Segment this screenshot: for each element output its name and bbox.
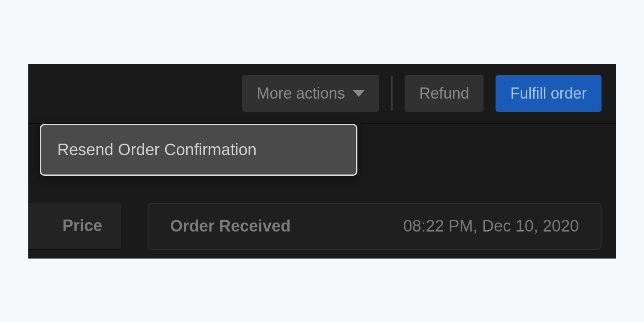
more-actions-label: More actions [257,84,345,102]
fulfill-order-label: Fulfill order [510,84,587,102]
refund-label: Refund [419,84,469,102]
order-received-timestamp: 08:22 PM, Dec 10, 2020 [403,217,579,235]
order-panel: More actions Refund Fulfill order Resend… [28,64,616,259]
fulfill-order-button[interactable]: Fulfill order [496,75,601,112]
chevron-down-icon [353,90,365,97]
resend-order-confirmation-item[interactable]: Resend Order Confirmation [57,141,340,159]
more-actions-button[interactable]: More actions [242,75,379,112]
toolbar: More actions Refund Fulfill order [28,64,616,124]
price-cell: Price [28,203,121,250]
order-received-cell: Order Received 08:22 PM, Dec 10, 2020 [148,203,601,250]
order-details-row: Price Order Received 08:22 PM, Dec 10, 2… [28,203,616,250]
price-label: Price [63,217,103,235]
toolbar-divider [391,76,393,111]
refund-button[interactable]: Refund [405,75,484,112]
order-received-label: Order Received [170,217,290,235]
more-actions-dropdown: Resend Order Confirmation [40,124,357,176]
